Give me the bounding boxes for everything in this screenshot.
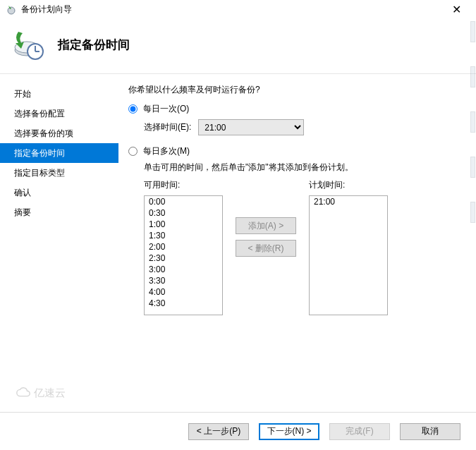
multi-instruction: 单击可用的时间，然后单击"添加"将其添加到备份计划。 [144,162,459,174]
sidebar-item-schedule[interactable]: 指定备份时间 [0,143,118,163]
list-item[interactable]: 1:30 [145,230,222,241]
radio-label: 每日多次(M) [143,145,190,157]
sidebar-item-label: 摘要 [14,207,31,217]
sidebar-item-select-items[interactable]: 选择要备份的项 [0,123,118,143]
right-edge-artifact [470,21,476,324]
list-item[interactable]: 3:00 [145,264,222,275]
list-item[interactable]: 2:00 [145,241,222,253]
once-daily-time-row: 选择时间(E): 21:00 [144,119,459,135]
page-title: 指定备份时间 [58,37,130,53]
add-button[interactable]: 添加(A) > [236,217,296,234]
sidebar-item-label: 指定目标类型 [14,168,65,178]
plan-times-listbox[interactable]: 21:00 [309,195,388,315]
list-item[interactable]: 4:30 [145,298,222,309]
list-item[interactable]: 21:00 [310,196,387,207]
option-once-daily[interactable]: 每日一次(O) [128,103,459,115]
plan-times-column: 计划时间: 21:00 [309,179,388,315]
wizard-footer: < 上一步(P) 下一步(N) > 完成(F) 取消 [0,412,476,450]
list-item[interactable]: 3:30 [145,275,222,286]
select-time-label: 选择时间(E): [144,121,191,133]
sidebar-item-summary[interactable]: 摘要 [0,202,118,222]
list-item[interactable]: 0:00 [145,196,222,207]
sidebar-item-label: 指定备份时间 [14,148,65,158]
close-button[interactable]: ✕ [442,3,470,16]
plan-times-label: 计划时间: [309,179,388,191]
available-times-column: 可用时间: 0:00 0:30 1:00 1:30 2:00 2:30 3:00… [144,179,223,315]
sidebar-item-label: 开始 [14,89,31,99]
cancel-button[interactable]: 取消 [400,423,460,440]
sidebar-item-label: 选择要备份的项 [14,128,73,138]
list-item[interactable]: 4:00 [145,286,222,298]
svg-point-0 [8,7,15,14]
list-item[interactable]: 1:00 [145,219,222,230]
sidebar-item-target-type[interactable]: 指定目标类型 [0,163,118,183]
remove-button[interactable]: < 删除(R) [236,240,296,257]
sidebar-item-label: 确认 [14,188,31,197]
wizard-header: 指定备份时间 [0,18,476,73]
time-lists-row: 可用时间: 0:00 0:30 1:00 1:30 2:00 2:30 3:00… [144,179,459,315]
available-times-label: 可用时间: [144,179,223,191]
content-pane: 你希望以什么频率及何时运行备份? 每日一次(O) 选择时间(E): 21:00 … [118,74,476,399]
transfer-buttons: 添加(A) > < 删除(R) [236,217,296,257]
finish-button[interactable]: 完成(F) [329,423,390,440]
available-times-listbox[interactable]: 0:00 0:30 1:00 1:30 2:00 2:30 3:00 3:30 … [144,195,223,315]
app-icon [6,4,17,15]
list-item[interactable]: 0:30 [145,207,222,219]
sidebar-item-label: 选择备份配置 [14,109,65,118]
backup-wizard-icon [11,28,45,61]
title-bar: 备份计划向导 ✕ [0,0,476,18]
sidebar-item-confirm[interactable]: 确认 [0,183,118,202]
sidebar-item-start[interactable]: 开始 [0,84,118,104]
option-multi-daily[interactable]: 每日多次(M) [128,145,459,157]
wizard-steps-sidebar: 开始 选择备份配置 选择要备份的项 指定备份时间 指定目标类型 确认 摘要 [0,74,118,399]
list-item[interactable]: 2:30 [145,253,222,264]
sidebar-item-select-config[interactable]: 选择备份配置 [0,104,118,123]
radio-once-daily[interactable] [128,104,138,114]
radio-multi-daily[interactable] [128,147,138,156]
next-button[interactable]: 下一步(N) > [259,423,319,440]
previous-button[interactable]: < 上一步(P) [188,423,249,440]
frequency-question: 你希望以什么频率及何时运行备份? [128,84,459,96]
time-select[interactable]: 21:00 [198,119,304,135]
radio-label: 每日一次(O) [143,103,189,115]
wizard-body: 开始 选择备份配置 选择要备份的项 指定备份时间 指定目标类型 确认 摘要 你希… [0,74,476,399]
window-title: 备份计划向导 [21,4,442,16]
